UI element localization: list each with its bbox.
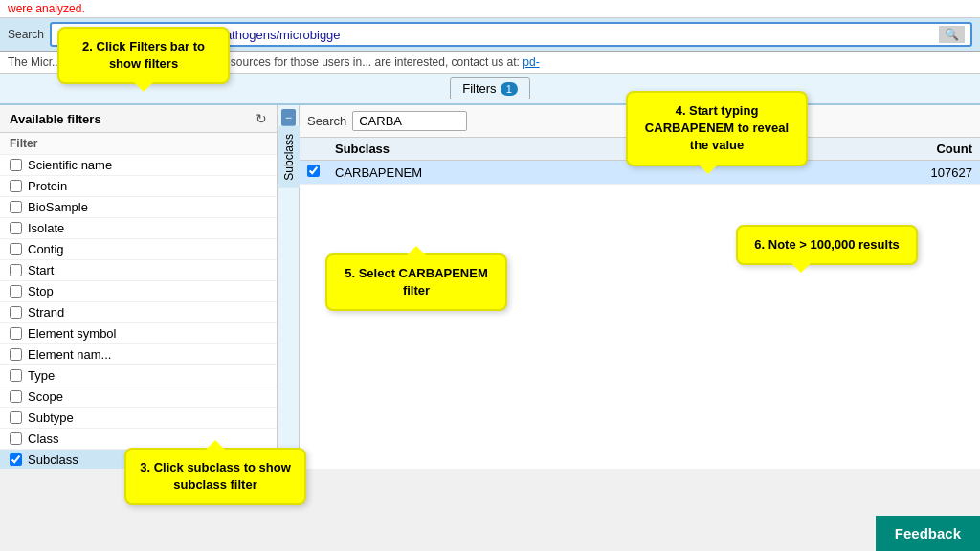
filter-list: Filter Scientific name Protein BioSample… <box>0 133 277 469</box>
filter-checkbox-contig[interactable] <box>10 243 22 255</box>
filter-checkbox-protein[interactable] <box>10 180 22 192</box>
filter-item-subtype: Subtype <box>0 408 277 429</box>
were-analyzed-text: were analyzed. <box>0 0 980 18</box>
filter-checkbox-subtype[interactable] <box>10 411 22 424</box>
filter-item-biosample: BioSample <box>0 197 277 218</box>
filter-checkbox-biosample[interactable] <box>10 201 22 213</box>
filter-checkbox-class[interactable] <box>10 432 22 445</box>
filter-item-strand: Strand <box>0 302 277 323</box>
filter-col-header: Filter <box>0 133 277 155</box>
filter-checkbox-start[interactable] <box>10 264 22 276</box>
refresh-button[interactable]: ↻ <box>256 111 267 126</box>
search-label: Search <box>8 28 44 41</box>
filter-item-start: Start <box>0 260 277 281</box>
filter-checkbox-scientific-name[interactable] <box>10 159 22 171</box>
filter-item-contig: Contig <box>0 239 277 260</box>
filter-checkbox-element-name[interactable] <box>10 348 22 361</box>
available-filters-sidebar: Available filters ↻ Filter Scientific na… <box>0 105 278 469</box>
filter-item-type: Type <box>0 365 277 386</box>
filter-search-input[interactable] <box>352 111 467 131</box>
filter-item-protein: Protein <box>0 176 277 197</box>
filter-item-stop: Stop <box>0 281 277 302</box>
callout-select-carbapenem: 5. Select CARBAPENEM filter <box>325 253 507 311</box>
callout-start-typing: 4. Start typing CARBAPENEM to reveal the… <box>626 91 808 166</box>
filters-badge: 1 <box>501 82 518 96</box>
filter-checkbox-type[interactable] <box>10 369 22 382</box>
filter-item-class: Class <box>0 429 277 450</box>
filter-checkbox-strand[interactable] <box>10 306 22 319</box>
subclass-vertical-tab[interactable]: Subclass <box>278 126 300 188</box>
filter-item-element-name: Element nam... <box>0 344 277 365</box>
filter-checkbox-isolate[interactable] <box>10 222 22 234</box>
filter-checkbox-element-symbol[interactable] <box>10 327 22 340</box>
callout-note-results: 6. Note > 100,000 results <box>736 225 918 265</box>
filter-checkbox-subclass[interactable] <box>10 453 22 466</box>
filter-checkbox-scope[interactable] <box>10 390 22 403</box>
info-link[interactable]: pd- <box>523 55 539 69</box>
check-col-header <box>300 138 327 161</box>
filter-item-scope: Scope <box>0 386 277 408</box>
filter-item-isolate: Isolate <box>0 218 277 239</box>
collapse-panel-button[interactable]: − <box>281 109 296 126</box>
filter-item-element-symbol: Element symbol <box>0 323 277 344</box>
callout-click-filters: 2. Click Filters bar to show filters <box>57 27 230 84</box>
filter-checkbox-stop[interactable] <box>10 285 22 298</box>
feedback-button[interactable]: Feedback <box>876 516 980 551</box>
row-checkbox-cell[interactable] <box>300 161 327 185</box>
filter-item-scientific-name: Scientific name <box>0 155 277 176</box>
filters-tab[interactable]: Filters 1 <box>450 77 530 99</box>
row-checkbox[interactable] <box>307 165 320 177</box>
sidebar-header: Available filters ↻ <box>0 105 277 133</box>
url-search-button[interactable]: 🔍 <box>939 26 965 43</box>
callout-click-subclass: 3. Click subclass to show subclass filte… <box>124 448 306 505</box>
filter-search-label: Search <box>307 114 346 128</box>
